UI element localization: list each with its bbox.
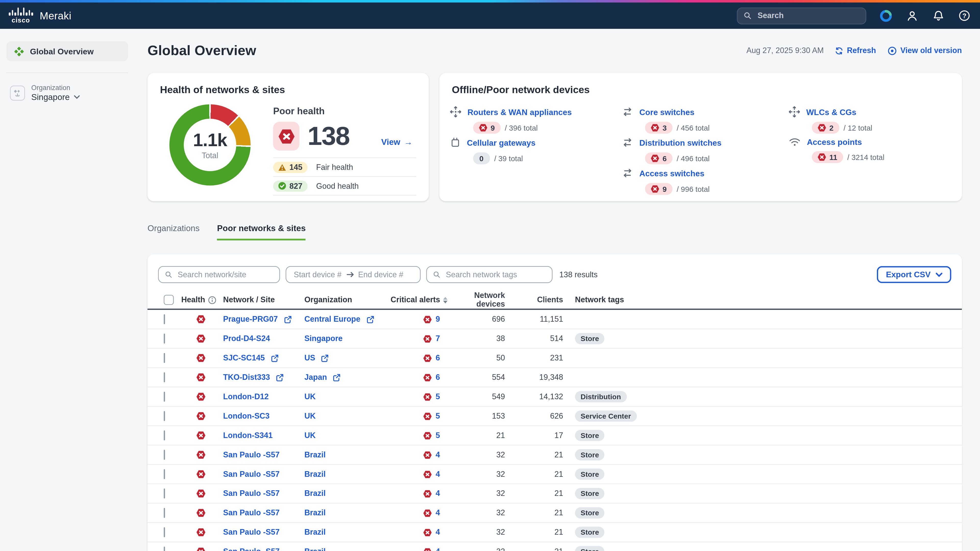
critical-alerts-link[interactable]: 9 <box>436 315 440 324</box>
network-link[interactable]: San Paulo -S57 <box>223 547 280 551</box>
organization-link[interactable]: UK <box>304 392 316 401</box>
critical-alerts-link[interactable]: 4 <box>436 470 440 478</box>
organization-link[interactable]: UK <box>304 431 316 440</box>
row-checkbox[interactable] <box>164 333 165 344</box>
network-link[interactable]: San Paulo -S57 <box>223 528 280 537</box>
view-old-version-button[interactable]: View old version <box>887 46 962 56</box>
refresh-button[interactable]: Refresh <box>835 46 876 55</box>
network-link[interactable]: London-D12 <box>223 392 269 401</box>
row-checkbox[interactable] <box>164 392 165 402</box>
critical-alerts-link[interactable]: 4 <box>436 528 440 537</box>
organization-link[interactable]: Brazil <box>304 547 326 551</box>
column-network-site[interactable]: Network / Site <box>220 295 302 304</box>
critical-alerts-link[interactable]: 5 <box>436 392 440 401</box>
organization-link[interactable]: US <box>304 354 315 362</box>
device-category-link[interactable]: Routers & WAN appliances <box>468 107 572 117</box>
critical-alerts-link[interactable]: 6 <box>436 354 440 362</box>
row-checkbox[interactable] <box>164 353 165 363</box>
external-link-icon[interactable] <box>283 315 292 324</box>
organization-link[interactable]: Singapore <box>304 334 343 343</box>
sidebar-item-global-overview[interactable]: Global Overview <box>6 41 128 61</box>
tab-poor-networks-sites[interactable]: Poor networks & sites <box>217 224 306 241</box>
row-checkbox[interactable] <box>164 508 165 518</box>
network-link[interactable]: TKO-Dist333 <box>223 373 270 382</box>
view-poor-health-link[interactable]: View → <box>381 137 413 147</box>
organization-selector[interactable]: Organization Singapore <box>10 84 128 102</box>
row-checkbox[interactable] <box>164 411 165 421</box>
critical-alerts-link[interactable]: 5 <box>436 412 440 421</box>
info-icon[interactable] <box>208 296 216 304</box>
search-network-site-field[interactable] <box>158 266 280 283</box>
search-network-tags-field[interactable] <box>426 266 552 283</box>
row-checkbox[interactable] <box>164 469 165 479</box>
organization-link[interactable]: UK <box>304 412 316 421</box>
search-network-site-input[interactable] <box>177 270 273 279</box>
network-link[interactable]: San Paulo -S57 <box>223 489 280 498</box>
sort-icon[interactable] <box>443 297 448 303</box>
column-critical-alerts[interactable]: Critical alerts <box>391 295 440 304</box>
help-icon[interactable]: ? <box>958 9 971 22</box>
row-checkbox[interactable] <box>164 547 165 551</box>
network-link[interactable]: San Paulo -S57 <box>223 470 280 478</box>
column-organization[interactable]: Organization <box>302 295 389 304</box>
row-checkbox[interactable] <box>164 314 165 324</box>
tab-organizations[interactable]: Organizations <box>148 224 200 241</box>
table-row: San Paulo -S57 Brazil 4 32 21 Store <box>148 542 962 551</box>
organization-link[interactable]: Brazil <box>304 451 326 459</box>
device-category-link[interactable]: Access switches <box>639 168 704 178</box>
account-icon[interactable] <box>905 9 919 22</box>
organization-link[interactable]: Japan <box>304 373 327 382</box>
device-category-link[interactable]: Access points <box>807 137 862 147</box>
row-checkbox[interactable] <box>164 372 165 383</box>
organization-link[interactable]: Brazil <box>304 489 326 498</box>
external-link-icon[interactable] <box>321 354 329 362</box>
critical-alerts-link[interactable]: 6 <box>436 373 440 382</box>
network-link[interactable]: Prague-PRG07 <box>223 315 278 324</box>
search-input[interactable] <box>756 11 859 21</box>
organization-link[interactable]: Brazil <box>304 508 326 517</box>
critical-alerts-link[interactable]: 4 <box>436 489 440 498</box>
critical-alerts-link[interactable]: 4 <box>436 547 440 551</box>
end-device-input[interactable] <box>357 270 408 279</box>
organization-link[interactable]: Brazil <box>304 528 326 537</box>
critical-alerts-link[interactable]: 7 <box>436 334 440 343</box>
device-range-field[interactable] <box>286 266 421 283</box>
arrows-out-icon <box>789 106 800 118</box>
search-network-tags-input[interactable] <box>445 270 546 279</box>
start-device-input[interactable] <box>293 270 344 279</box>
export-csv-button[interactable]: Export CSV <box>877 266 951 283</box>
select-all-checkbox[interactable] <box>164 295 174 305</box>
column-network-tags[interactable]: Network tags <box>566 295 962 304</box>
critical-alerts-link[interactable]: 4 <box>436 508 440 517</box>
row-checkbox[interactable] <box>164 527 165 537</box>
network-link[interactable]: San Paulo -S57 <box>223 508 280 517</box>
row-checkbox[interactable] <box>164 450 165 460</box>
column-network-devices[interactable]: Network devices <box>451 291 508 309</box>
global-search[interactable] <box>737 7 866 24</box>
organization-link[interactable]: Brazil <box>304 470 326 478</box>
network-link[interactable]: SJC-SC145 <box>223 354 265 362</box>
webex-app-icon[interactable] <box>879 9 892 22</box>
refresh-icon <box>835 46 843 55</box>
device-category-link[interactable]: Core switches <box>639 107 694 117</box>
device-category-link[interactable]: Cellular gateways <box>467 138 535 147</box>
notifications-bell-icon[interactable] <box>931 9 945 22</box>
device-category-link[interactable]: WLCs & CGs <box>806 107 856 117</box>
meraki-logo[interactable]: cisco Meraki <box>9 8 71 24</box>
external-link-icon[interactable] <box>275 373 284 381</box>
row-checkbox[interactable] <box>164 430 165 440</box>
network-link[interactable]: Prod-D4-S24 <box>223 334 270 343</box>
table-row: Prague-PRG07 Central Europe 9 696 11,151 <box>148 310 962 329</box>
row-checkbox[interactable] <box>164 489 165 499</box>
critical-alerts-link[interactable]: 4 <box>436 451 440 459</box>
column-clients[interactable]: Clients <box>508 295 566 304</box>
critical-alerts-link[interactable]: 5 <box>436 431 440 440</box>
network-link[interactable]: London-S341 <box>223 431 272 440</box>
organization-link[interactable]: Central Europe <box>304 315 360 324</box>
network-link[interactable]: London-SC3 <box>223 412 269 421</box>
device-category-link[interactable]: Distribution switches <box>639 138 721 147</box>
external-link-icon[interactable] <box>332 373 341 381</box>
network-link[interactable]: San Paulo -S57 <box>223 451 280 459</box>
external-link-icon[interactable] <box>366 315 374 324</box>
external-link-icon[interactable] <box>270 354 279 362</box>
